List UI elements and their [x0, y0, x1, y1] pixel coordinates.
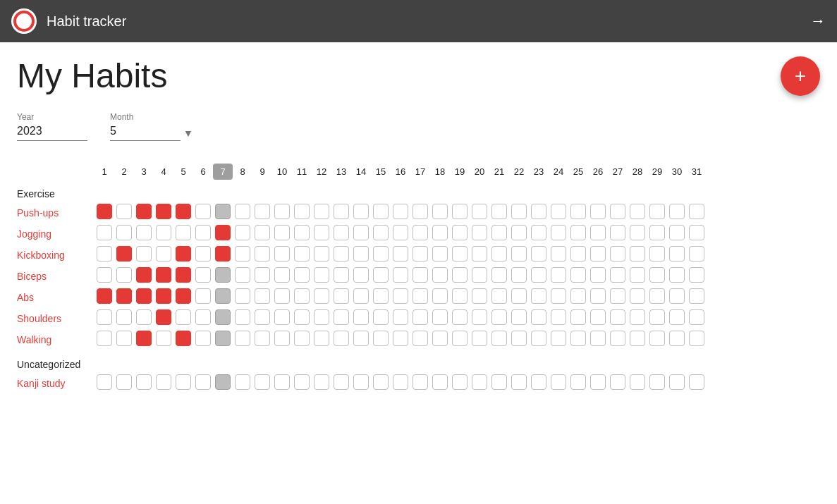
add-habit-button[interactable]: +: [781, 56, 820, 96]
checkbox[interactable]: [689, 267, 704, 283]
checkbox[interactable]: [551, 309, 566, 325]
checkbox[interactable]: [669, 204, 685, 219]
day-cell[interactable]: [450, 266, 470, 287]
day-cell[interactable]: [391, 308, 410, 329]
day-cell[interactable]: [667, 223, 687, 245]
day-cell[interactable]: [173, 223, 193, 245]
day-cell[interactable]: [509, 202, 529, 223]
day-cell[interactable]: [312, 266, 331, 287]
day-cell[interactable]: [134, 373, 154, 394]
day-cell[interactable]: [213, 287, 233, 308]
checkbox[interactable]: [432, 225, 448, 240]
checkbox[interactable]: [156, 267, 171, 283]
day-cell[interactable]: [410, 266, 430, 287]
day-cell[interactable]: [213, 308, 233, 329]
day-cell[interactable]: [252, 287, 272, 308]
day-cell[interactable]: [549, 223, 568, 245]
habit-name[interactable]: Biceps: [17, 266, 94, 287]
checkbox[interactable]: [274, 267, 290, 283]
day-cell[interactable]: [193, 373, 213, 394]
checkbox[interactable]: [649, 331, 665, 346]
day-cell[interactable]: [450, 202, 470, 223]
checkbox[interactable]: [511, 225, 527, 240]
day-cell[interactable]: [154, 373, 173, 394]
checkbox[interactable]: [156, 246, 171, 262]
day-cell[interactable]: [312, 245, 331, 266]
day-cell[interactable]: [647, 373, 667, 394]
day-cell[interactable]: [608, 266, 628, 287]
checkbox[interactable]: [255, 246, 270, 262]
day-cell[interactable]: [371, 223, 391, 245]
checkbox[interactable]: [215, 225, 231, 240]
day-cell[interactable]: [568, 329, 588, 350]
checkbox[interactable]: [669, 288, 685, 304]
checkbox[interactable]: [570, 267, 586, 283]
checkbox[interactable]: [353, 374, 369, 390]
day-cell[interactable]: [134, 223, 154, 245]
checkbox[interactable]: [97, 267, 112, 283]
day-cell[interactable]: [173, 245, 193, 266]
checkbox[interactable]: [195, 225, 211, 240]
logout-icon[interactable]: →︎: [810, 12, 826, 30]
checkbox[interactable]: [570, 204, 586, 219]
day-cell[interactable]: [529, 373, 549, 394]
checkbox[interactable]: [570, 374, 586, 390]
checkbox[interactable]: [649, 288, 665, 304]
day-cell[interactable]: [193, 202, 213, 223]
checkbox[interactable]: [314, 267, 329, 283]
day-cell[interactable]: [134, 308, 154, 329]
day-cell[interactable]: [371, 287, 391, 308]
checkbox[interactable]: [116, 267, 132, 283]
checkbox[interactable]: [235, 267, 250, 283]
day-cell[interactable]: [470, 329, 489, 350]
checkbox[interactable]: [373, 204, 389, 219]
checkbox[interactable]: [314, 309, 329, 325]
day-cell[interactable]: [588, 373, 608, 394]
day-cell[interactable]: [233, 245, 252, 266]
checkbox[interactable]: [235, 374, 250, 390]
checkbox[interactable]: [215, 288, 231, 304]
day-cell[interactable]: [173, 202, 193, 223]
day-cell[interactable]: [687, 373, 707, 394]
checkbox[interactable]: [195, 309, 211, 325]
checkbox[interactable]: [689, 331, 704, 346]
day-cell[interactable]: [430, 308, 450, 329]
day-cell[interactable]: [94, 202, 114, 223]
day-cell[interactable]: [410, 329, 430, 350]
checkbox[interactable]: [314, 225, 329, 240]
checkbox[interactable]: [452, 267, 468, 283]
checkbox[interactable]: [294, 331, 310, 346]
checkbox[interactable]: [235, 331, 250, 346]
checkbox[interactable]: [393, 288, 408, 304]
day-cell[interactable]: [667, 287, 687, 308]
day-cell[interactable]: [331, 223, 351, 245]
checkbox[interactable]: [630, 246, 645, 262]
checkbox[interactable]: [511, 246, 527, 262]
checkbox[interactable]: [294, 204, 310, 219]
checkbox[interactable]: [649, 374, 665, 390]
day-cell[interactable]: [628, 202, 647, 223]
day-cell[interactable]: [509, 245, 529, 266]
day-cell[interactable]: [529, 287, 549, 308]
day-cell[interactable]: [292, 245, 312, 266]
checkbox[interactable]: [97, 204, 112, 219]
checkbox[interactable]: [551, 267, 566, 283]
checkbox[interactable]: [590, 331, 606, 346]
day-cell[interactable]: [351, 329, 371, 350]
day-cell[interactable]: [114, 287, 134, 308]
day-cell[interactable]: [549, 266, 568, 287]
day-cell[interactable]: [391, 202, 410, 223]
day-cell[interactable]: [568, 266, 588, 287]
day-cell[interactable]: [588, 202, 608, 223]
checkbox[interactable]: [215, 246, 231, 262]
checkbox[interactable]: [353, 309, 369, 325]
checkbox[interactable]: [590, 309, 606, 325]
checkbox[interactable]: [432, 288, 448, 304]
day-cell[interactable]: [154, 308, 173, 329]
checkbox[interactable]: [452, 331, 468, 346]
checkbox[interactable]: [235, 204, 250, 219]
checkbox[interactable]: [176, 246, 191, 262]
day-cell[interactable]: [529, 308, 549, 329]
checkbox[interactable]: [432, 331, 448, 346]
day-cell[interactable]: [94, 245, 114, 266]
